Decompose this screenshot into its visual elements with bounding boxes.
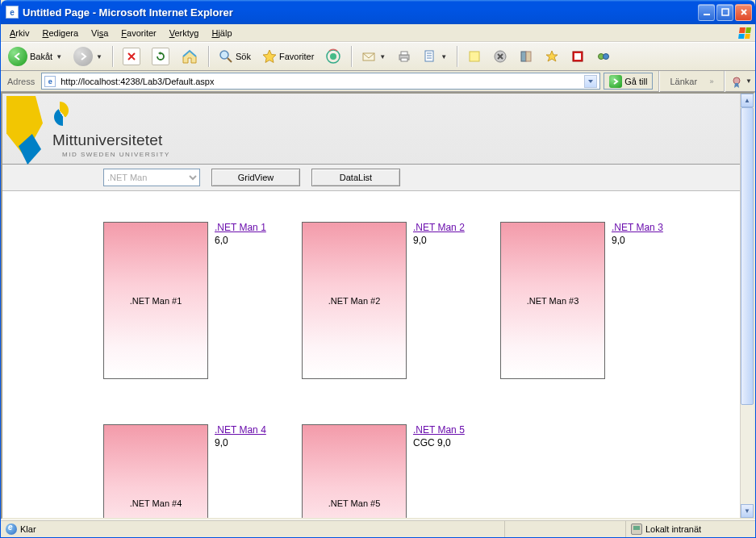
menu-view[interactable]: Visa	[86, 27, 114, 40]
menu-help[interactable]: Hjälp	[206, 27, 237, 40]
item-thumbnail[interactable]: .NET Man #5	[302, 424, 407, 518]
item-gallery: .NET Man #1 .NET Man 1 6,0 .NET Man #2 .…	[2, 191, 740, 518]
web-page: Mittuniversitetet MID SWEDEN UNIVERSITY …	[2, 94, 740, 518]
svg-line-3	[228, 58, 232, 62]
window-title: Untitled Page - Microsoft Internet Explo…	[23, 6, 698, 19]
gridview-button[interactable]: GridView	[211, 169, 300, 186]
menubar: Arkiv Redigera Visa Favoriter Verktyg Hj…	[1, 24, 755, 42]
item-link[interactable]: .NET Man 5	[413, 424, 465, 436]
messenger-icon	[596, 49, 611, 64]
titlebar: e Untitled Page - Microsoft Internet Exp…	[1, 0, 755, 24]
go-button[interactable]: Gå till	[604, 73, 653, 90]
gallery-item: .NET Man #5 .NET Man 5 CGC 9,0	[302, 424, 495, 518]
svg-rect-14	[470, 52, 479, 61]
book-icon	[519, 49, 533, 64]
search-button[interactable]: Sök	[215, 45, 255, 68]
stop-button[interactable]	[119, 45, 144, 68]
item-thumbnail[interactable]: .NET Man #4	[103, 424, 208, 518]
item-price: CGC 9,0	[413, 437, 465, 448]
item-link[interactable]: .NET Man 2	[413, 222, 465, 233]
edit-button[interactable]: ▼	[419, 45, 451, 68]
item-thumbnail[interactable]: .NET Man #2	[302, 222, 407, 379]
forward-dropdown-icon[interactable]: ▼	[96, 53, 102, 60]
back-button[interactable]: Bakåt ▼	[4, 45, 66, 68]
control-row: .NET Man GridView DataList	[2, 165, 740, 191]
media-button[interactable]	[321, 45, 345, 68]
cancel-icon-button[interactable]	[489, 45, 512, 68]
scroll-up-button[interactable]: ▲	[741, 94, 754, 107]
edit-icon	[423, 49, 437, 64]
favorites-label: Favoriter	[279, 52, 314, 61]
forward-button[interactable]: ▼	[69, 45, 107, 68]
print-button[interactable]	[393, 45, 416, 68]
datalist-button[interactable]: DataList	[311, 169, 400, 186]
close-button[interactable]	[735, 4, 752, 21]
address-dropdown-icon[interactable]	[584, 75, 597, 88]
svg-rect-19	[574, 53, 581, 60]
edit-dropdown-icon[interactable]: ▼	[441, 53, 447, 60]
intranet-icon	[631, 523, 642, 535]
window-controls	[698, 4, 752, 21]
media-icon	[325, 48, 341, 65]
bookmark-icon-button[interactable]	[541, 45, 563, 68]
block-icon	[570, 49, 585, 64]
item-price: 9,0	[413, 235, 465, 246]
links-label[interactable]: Länkar	[665, 77, 702, 86]
zone-cell: Lokalt intranät	[626, 520, 755, 537]
category-picker[interactable]: .NET Man	[103, 169, 200, 186]
windows-flag-icon	[736, 24, 754, 42]
bookmark-star-icon	[545, 49, 559, 64]
mail-dropdown-icon[interactable]: ▼	[379, 53, 386, 60]
back-dropdown-icon[interactable]: ▼	[56, 53, 62, 60]
discuss-button[interactable]	[463, 45, 486, 68]
note-icon	[467, 49, 482, 64]
svg-point-22	[733, 77, 740, 84]
favorites-button[interactable]: Favoriter	[258, 45, 318, 68]
minimize-button[interactable]	[698, 4, 715, 21]
print-icon	[397, 49, 411, 64]
menu-tools[interactable]: Verktyg	[164, 27, 205, 40]
award-icon[interactable]	[730, 76, 741, 87]
award-dropdown-icon[interactable]: ▼	[746, 77, 752, 85]
block-icon-button[interactable]	[566, 45, 589, 68]
logo-swirl-icon	[48, 102, 77, 126]
home-icon	[181, 48, 198, 65]
gallery-item: .NET Man #4 .NET Man 4 9,0	[103, 424, 297, 518]
scroll-track[interactable]	[741, 107, 754, 504]
scroll-down-button[interactable]: ▼	[741, 504, 754, 518]
svg-rect-16	[521, 52, 526, 61]
links-chevron-icon[interactable]: »	[705, 77, 718, 85]
maximize-button[interactable]	[716, 4, 733, 21]
messenger-button[interactable]	[592, 45, 615, 68]
svg-rect-8	[401, 52, 407, 55]
vertical-scrollbar[interactable]: ▲ ▼	[740, 94, 754, 518]
menu-favorites[interactable]: Favoriter	[115, 27, 161, 40]
menu-file[interactable]: Arkiv	[4, 27, 35, 40]
mail-icon	[361, 49, 376, 64]
item-link[interactable]: .NET Man 1	[215, 222, 266, 233]
scroll-thumb[interactable]	[741, 107, 754, 405]
status-text: Klar	[20, 524, 36, 534]
home-button[interactable]	[177, 45, 203, 68]
item-link[interactable]: .NET Man 3	[612, 222, 663, 233]
item-thumbnail[interactable]: .NET Man #1	[103, 222, 208, 379]
back-icon	[8, 47, 27, 66]
status-cell: Klar	[1, 520, 505, 537]
mail-button[interactable]: ▼	[357, 45, 390, 68]
research-button[interactable]	[515, 45, 537, 68]
item-price: 6,0	[215, 235, 266, 246]
zone-text: Lokalt intranät	[645, 524, 701, 534]
star-icon	[262, 49, 277, 64]
menu-edit[interactable]: Redigera	[36, 27, 84, 40]
page-icon-small: e	[44, 76, 56, 87]
refresh-button[interactable]	[148, 45, 173, 68]
svg-point-2	[220, 51, 228, 59]
svg-rect-1	[722, 9, 729, 15]
logo-subtitle: MID SWEDEN UNIVERSITY	[62, 151, 170, 158]
address-input[interactable]	[59, 76, 581, 87]
item-price: 9,0	[612, 235, 663, 246]
item-link[interactable]: .NET Man 4	[215, 424, 266, 436]
address-field[interactable]: e	[41, 73, 600, 90]
gallery-item: .NET Man #3 .NET Man 3 9,0	[500, 222, 694, 379]
item-thumbnail[interactable]: .NET Man #3	[500, 222, 605, 379]
